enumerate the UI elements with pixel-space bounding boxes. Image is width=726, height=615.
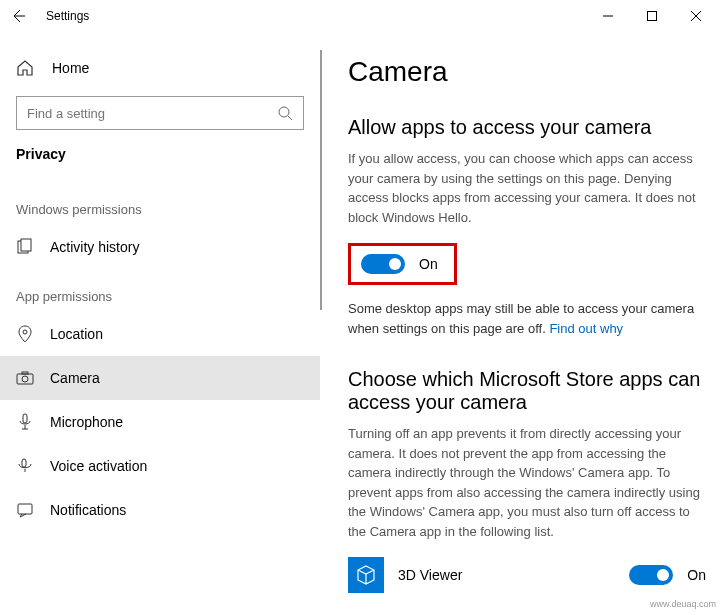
svg-rect-12	[23, 414, 27, 423]
svg-point-4	[279, 107, 289, 117]
search-icon	[277, 105, 293, 121]
sidebar: Home Privacy Windows permissions Activit…	[0, 32, 320, 615]
svg-point-10	[22, 376, 28, 382]
scrollbar[interactable]	[320, 50, 322, 310]
find-out-why-link[interactable]: Find out why	[549, 321, 623, 336]
sidebar-item-label: Voice activation	[50, 458, 147, 474]
toggle-state-label: On	[419, 256, 438, 272]
section-app-permissions: App permissions	[16, 269, 320, 312]
main-panel: Camera Allow apps to access your camera …	[320, 32, 726, 615]
sidebar-item-label: Microphone	[50, 414, 123, 430]
allow-apps-toggle[interactable]	[361, 254, 405, 274]
choose-apps-desc: Turning off an app prevents it from dire…	[348, 424, 706, 541]
app-name: 3D Viewer	[398, 567, 615, 583]
svg-rect-1	[648, 12, 657, 21]
sidebar-item-microphone[interactable]: Microphone	[16, 400, 320, 444]
search-box[interactable]	[16, 96, 304, 130]
app-row-3d-viewer: 3D Viewer On	[348, 557, 706, 593]
minimize-button[interactable]	[586, 1, 630, 31]
search-input[interactable]	[27, 106, 277, 121]
app-title: Settings	[46, 9, 89, 23]
sidebar-item-activity-history[interactable]: Activity history	[16, 225, 320, 269]
sidebar-item-label: Camera	[50, 370, 100, 386]
watermark: www.deuaq.com	[650, 599, 716, 609]
voice-icon	[16, 457, 34, 475]
highlight-box: On	[348, 243, 457, 285]
svg-rect-15	[22, 459, 26, 467]
svg-rect-17	[18, 504, 32, 514]
note-text: Some desktop apps may still be able to a…	[348, 301, 694, 336]
sidebar-item-camera[interactable]: Camera	[0, 356, 320, 400]
svg-point-8	[23, 330, 27, 334]
camera-icon	[16, 369, 34, 387]
svg-rect-11	[22, 372, 28, 374]
location-icon	[16, 325, 34, 343]
app-toggle-state: On	[687, 567, 706, 583]
section-windows-permissions: Windows permissions	[16, 182, 320, 225]
home-icon	[16, 59, 34, 77]
allow-apps-desc: If you allow access, you can choose whic…	[348, 149, 706, 227]
microphone-icon	[16, 413, 34, 431]
choose-apps-title: Choose which Microsoft Store apps can ac…	[348, 368, 706, 414]
3d-viewer-icon	[348, 557, 384, 593]
svg-line-5	[288, 116, 292, 120]
notifications-icon	[16, 501, 34, 519]
sidebar-item-label: Notifications	[50, 502, 126, 518]
sidebar-item-notifications[interactable]: Notifications	[16, 488, 320, 532]
home-label: Home	[52, 60, 89, 76]
allow-apps-title: Allow apps to access your camera	[348, 116, 706, 139]
svg-rect-7	[21, 239, 31, 251]
sidebar-item-label: Location	[50, 326, 103, 342]
sidebar-item-voice-activation[interactable]: Voice activation	[16, 444, 320, 488]
3d-viewer-toggle[interactable]	[629, 565, 673, 585]
close-button[interactable]	[674, 1, 718, 31]
maximize-button[interactable]	[630, 1, 674, 31]
activity-icon	[16, 238, 34, 256]
desktop-apps-note: Some desktop apps may still be able to a…	[348, 299, 706, 338]
current-category: Privacy	[16, 142, 320, 182]
sidebar-item-label: Activity history	[50, 239, 139, 255]
title-bar: Settings	[0, 0, 726, 32]
home-nav[interactable]: Home	[16, 48, 320, 88]
sidebar-item-location[interactable]: Location	[16, 312, 320, 356]
page-title: Camera	[348, 56, 706, 88]
back-button[interactable]	[8, 6, 28, 26]
